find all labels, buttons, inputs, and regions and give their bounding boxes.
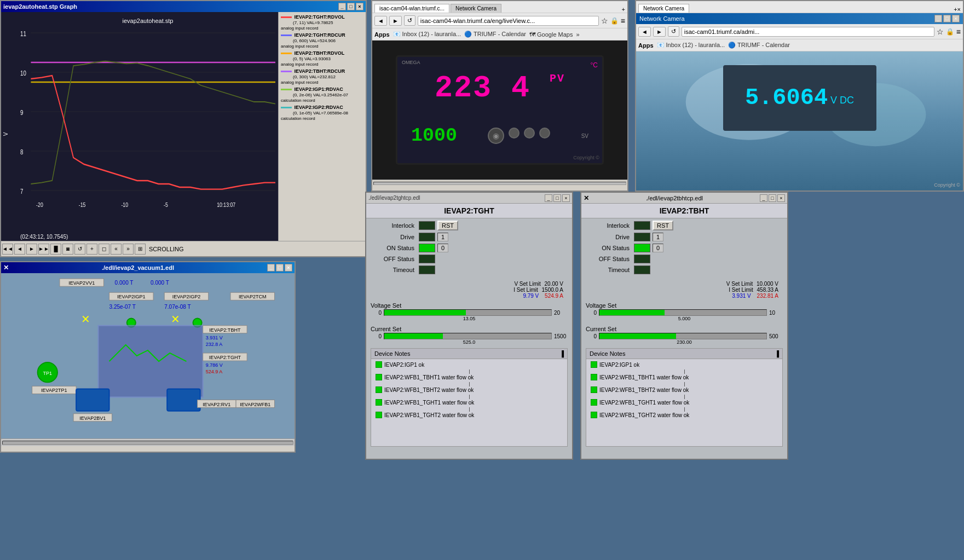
svg-text:7: 7 — [20, 188, 23, 195]
cam-menu-btn[interactable]: ≡ — [621, 16, 625, 25]
svg-text:✕: ✕ — [81, 313, 90, 325]
camera-tab-netcam[interactable]: Network Camera — [451, 4, 501, 13]
tght-interlock-led — [419, 221, 435, 230]
tght-drive-val: 1 — [437, 233, 448, 241]
cam-reload-btn[interactable]: ↺ — [404, 15, 415, 26]
temp-btn1[interactable] — [509, 128, 519, 138]
netcam-menu-btn[interactable]: ≡ — [956, 27, 961, 36]
tbht-curr-fill — [599, 333, 676, 339]
toolbar-btn-prev[interactable]: « — [111, 244, 122, 255]
cam-scrollbar-track[interactable] — [373, 182, 626, 185]
tght-volt-slider-container: 0 20 — [371, 309, 568, 316]
tbht-window: ✕ ./edl/ievap2tbhtcp.edl _ □ × IEVAP2:TB… — [580, 192, 788, 460]
svg-text:IEVAP2IGP2: IEVAP2IGP2 — [172, 294, 201, 299]
tght-close-btn[interactable]: × — [562, 194, 570, 202]
tbht-rst-btn[interactable]: RST — [653, 221, 673, 230]
graph-close-btn[interactable]: × — [356, 3, 363, 10]
svg-text:-10: -10 — [121, 201, 128, 208]
graph-maximize-btn[interactable]: □ — [347, 3, 355, 10]
toolbar-btn-zoom-in[interactable]: + — [86, 244, 97, 255]
tbht-note-text-3: IEVAP2:WFB1_TGHT1 water flow ok — [599, 400, 689, 406]
toolbar-btn-rec[interactable]: ◙ — [62, 244, 73, 255]
netcam-tab-active[interactable]: Network Camera — [638, 4, 689, 13]
tbht-curr-mid-label: 230.00 — [586, 339, 783, 345]
netcam-security-btn[interactable]: 🔒 — [946, 28, 954, 36]
cam-bookmark-triumf[interactable]: 🔵 TRIUMF - Calendar — [464, 31, 526, 38]
cam-bookmarks-more[interactable]: » — [576, 31, 579, 38]
tbht-close-btn[interactable]: × — [777, 194, 785, 202]
tght-maximize-btn[interactable]: □ — [553, 194, 561, 202]
vacuum-minimize-btn[interactable]: _ — [267, 264, 275, 272]
tght-rst-btn[interactable]: RST — [437, 221, 458, 230]
camera-wlan-window: isac-cam04-wlan.triumf.c... Network Came… — [371, 0, 628, 192]
temp-btn3[interactable] — [539, 128, 550, 138]
netcam-reload-btn[interactable]: ↺ — [668, 26, 679, 37]
cam-back-btn[interactable]: ◄ — [374, 16, 387, 26]
camera-tab-active[interactable]: isac-cam04-wlan.triumf.c... — [374, 4, 449, 13]
temp-knob[interactable]: ◉ — [488, 128, 504, 144]
netcam-close-tab-btn[interactable]: × — [957, 6, 961, 13]
netcam-apps-label: Apps — [638, 42, 654, 49]
tbht-note-2: IEVAP2:WFB1_TBHT2 water flow ok — [588, 386, 780, 393]
svg-text:10:13:07: 10:13:07 — [217, 201, 235, 208]
legend-rdvol-name: IEVAP2:TGHT:RDVOL — [295, 14, 345, 20]
tght-notes-btn[interactable]: ▐ — [559, 350, 564, 357]
tght-iset-limit-val: 1500.0 A — [542, 287, 563, 293]
netcam-close-btn[interactable]: × — [952, 15, 960, 22]
netcam-minimize-btn[interactable]: _ — [934, 15, 942, 22]
netcam-maximize-btn[interactable]: □ — [943, 15, 951, 22]
svg-text:IEVAP2WFB1: IEVAP2WFB1 — [240, 402, 270, 407]
tbht-maximize-btn[interactable]: □ — [769, 194, 776, 202]
netcam-bookmark-inbox[interactable]: 📧 Inbox (12) - lauranla... — [657, 42, 725, 49]
netcam-bookmarks-bar: Apps 📧 Inbox (12) - lauranla... 🔵 TRIUMF… — [636, 39, 963, 51]
toolbar-btn-ffwd[interactable]: ►► — [38, 244, 49, 255]
graph-minimize-btn[interactable]: _ — [338, 3, 346, 10]
tbht-timeout-led — [634, 265, 650, 274]
vacuum-scrollbar-track[interactable] — [2, 441, 293, 445]
tght-volt-track[interactable] — [384, 309, 552, 316]
toolbar-btn-next[interactable]: » — [123, 244, 134, 255]
tght-window: ./edl/ievap2tghtcp.edl _ □ × IEVAP2:TGHT… — [365, 192, 573, 460]
legend-igp1-detail: (0, 2e-06) VAL=3.25462e-07calculation re… — [281, 93, 348, 103]
tbht-notes-btn[interactable]: ▐ — [775, 350, 779, 357]
temp-logo: OMEGA — [402, 60, 420, 65]
toolbar-btn-box[interactable]: ◻ — [99, 244, 109, 255]
tght-note-connector-1 — [373, 382, 565, 386]
tbht-note-connector-0 — [588, 370, 780, 374]
netcam-bookmark-triumf[interactable]: 🔵 TRIUMF - Calendar — [728, 42, 790, 49]
toolbar-btn-refresh[interactable]: ↺ — [74, 244, 85, 255]
tbht-led-3 — [591, 399, 597, 406]
toolbar-btn-back[interactable]: ◄ — [14, 244, 25, 255]
cam-bookmark-inbox[interactable]: 📧 Inbox (12) - lauranla... — [393, 31, 461, 38]
tght-curr-track[interactable] — [384, 333, 552, 339]
cam-bookmark-maps[interactable]: 🗺 Google Maps — [529, 31, 573, 38]
toolbar-btn-stop[interactable]: ▐▌ — [50, 244, 61, 255]
tght-minimize-btn[interactable]: _ — [545, 194, 552, 202]
tbht-volt-track[interactable] — [599, 309, 767, 316]
cam-security-btn[interactable]: 🔒 — [610, 17, 619, 25]
legend-tbht-rdvol-name: IEVAP2:TBHT:RDVOL — [295, 50, 345, 56]
netcam-back-btn[interactable]: ◄ — [638, 27, 651, 37]
netcam-star-btn[interactable]: ☆ — [937, 27, 944, 36]
tbht-minimize-btn[interactable]: _ — [760, 194, 767, 202]
cam-star-btn[interactable]: ☆ — [601, 16, 608, 25]
vacuum-close-btn[interactable]: × — [285, 264, 292, 272]
legend-rdvol-detail: (7, 11) VAL=9.78625analog input record — [281, 20, 333, 31]
tght-titlebar-buttons: _ □ × — [545, 194, 570, 202]
tbht-device-notes: Device Notes ▐ IEVAP2:IGP1 ok IEVAP2:WFB… — [586, 348, 783, 447]
graph-svg: 11 10 9 8 7 -20 -15 -10 -5 10:13:07 — [20, 26, 275, 210]
vacuum-close-x[interactable]: ✕ — [3, 264, 9, 272]
temp-btn2[interactable] — [524, 128, 535, 138]
tbht-curr-track[interactable] — [599, 333, 767, 339]
tbht-curr-red-val: 232.81 A — [757, 293, 778, 299]
vacuum-maximize-btn[interactable]: □ — [276, 264, 284, 272]
tbht-close-x[interactable]: ✕ — [584, 194, 589, 202]
netcam-url-input[interactable] — [682, 27, 934, 37]
netcam-forward-btn[interactable]: ► — [653, 27, 666, 37]
camera-url-input[interactable] — [418, 16, 599, 26]
cam-forward-btn[interactable]: ► — [389, 16, 402, 26]
toolbar-btn-forward[interactable]: ► — [26, 244, 37, 255]
toolbar-btn-grid[interactable]: ⊞ — [135, 244, 146, 255]
toolbar-btn-rewind[interactable]: ◄◄ — [2, 244, 13, 255]
new-tab-btn[interactable]: + — [622, 6, 625, 13]
